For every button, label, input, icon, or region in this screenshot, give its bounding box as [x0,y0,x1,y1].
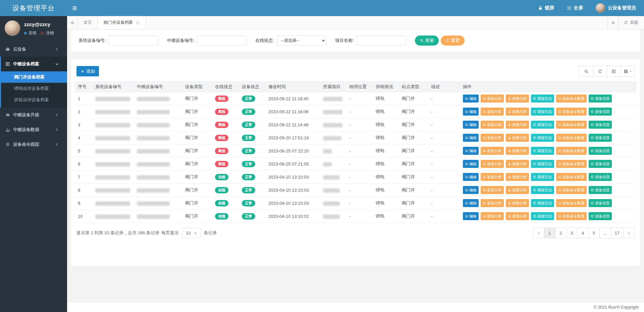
dispatch-log-button[interactable]: 调度日志 [531,160,554,168]
device-analysis-button[interactable]: 设备分析 [481,199,504,207]
device-analysis-button[interactable]: 设备分析 [481,134,504,142]
device-info-button[interactable]: 设备信息 [589,134,612,142]
device-analysis-button[interactable]: 设备分析 [481,186,504,194]
page-prev-button[interactable]: ‹ [533,228,544,238]
user-menu-button[interactable]: 云设备管理员 [596,3,636,13]
tab-1[interactable]: 阀门井设备档案 [98,16,146,29]
device-info-button[interactable]: 设备信息 [589,121,612,129]
device-command-config-button[interactable]: 设备命令配置 [556,160,587,168]
device-analysis-button[interactable]: 设备分析 [481,160,504,168]
status-online-link[interactable]: 在线 [29,30,37,36]
sidebar-item-1[interactable]: 中燃设备档案 [1,57,67,71]
project-name-input[interactable] [357,36,406,46]
device-command-config-button[interactable]: 设备命令配置 [556,186,587,194]
fault-analysis-button[interactable]: 故障分析 [506,173,529,181]
fault-analysis-button[interactable]: 故障分析 [506,121,529,129]
page-ellipsis-button[interactable]: ... [600,228,611,238]
edit-button[interactable]: 编辑 [463,199,479,207]
fault-analysis-button[interactable]: 故障分析 [506,186,529,194]
dispatch-log-button[interactable]: 调度日志 [531,108,554,116]
dispatch-log-button[interactable]: 调度日志 [531,95,554,103]
dispatch-log-button[interactable]: 调度日志 [531,173,554,181]
device-info-button[interactable]: 设备信息 [589,95,612,103]
fault-analysis-button[interactable]: 故障分析 [506,108,529,116]
edit-button[interactable]: 编辑 [463,95,479,103]
page-17-button[interactable]: 17 [611,228,624,238]
sidebar-subitem-1-0[interactable]: 阀门井设备档案 [1,71,67,83]
table-refresh-button[interactable] [593,66,607,76]
edit-button[interactable]: 编辑 [463,173,479,181]
table-columns-button[interactable] [621,66,634,76]
sidebar-toggle-button[interactable] [72,5,77,11]
device-info-button[interactable]: 设备信息 [589,160,612,168]
device-info-button[interactable]: 设备信息 [589,147,612,155]
logout-link[interactable]: 注销 [46,30,54,36]
device-analysis-button[interactable]: 设备分析 [481,147,504,155]
device-command-config-button[interactable]: 设备命令配置 [556,121,587,129]
dispatch-log-button[interactable]: 调度日志 [531,147,554,155]
page-3-button[interactable]: 3 [567,228,578,238]
add-button[interactable]: 添加 [76,66,99,76]
edit-button[interactable]: 编辑 [463,121,479,129]
device-command-config-button[interactable]: 设备命令配置 [556,173,587,181]
table-detail-view-button[interactable] [607,66,621,76]
online-status-select[interactable]: --请选择-- [277,36,326,46]
edit-button[interactable]: 编辑 [463,134,479,142]
device-command-config-button[interactable]: 设备命令配置 [556,147,587,155]
fault-analysis-button[interactable]: 故障分析 [506,147,529,155]
page-size-dropdown[interactable]: 10 [182,228,200,238]
device-command-config-button[interactable]: 设备命令配置 [556,199,587,207]
table-search-toggle-button[interactable] [579,66,593,76]
tab-0[interactable]: 首页 [78,16,98,29]
fault-analysis-button[interactable]: 故障分析 [506,199,529,207]
sidebar-subitem-1-1[interactable]: 锂电远传设备档案 [1,83,67,94]
dispatch-log-button[interactable]: 调度日志 [531,199,554,207]
page-next-button[interactable]: › [624,228,635,238]
device-info-button[interactable]: 设备信息 [589,199,612,207]
device-info-button[interactable]: 设备信息 [589,212,612,220]
edit-button[interactable]: 编辑 [463,160,479,168]
device-info-button[interactable]: 设备信息 [589,108,612,116]
device-command-config-button[interactable]: 设备命令配置 [556,108,587,116]
fault-analysis-button[interactable]: 故障分析 [506,212,529,220]
edit-button[interactable]: 编辑 [463,108,479,116]
device-command-config-button[interactable]: 设备命令配置 [556,134,587,142]
device-info-button[interactable]: 设备信息 [589,173,612,181]
device-command-config-button[interactable]: 设备命令配置 [556,95,587,103]
sidebar-item-3[interactable]: 中燃设备数据 [1,122,67,137]
reset-button[interactable]: 重置 [441,36,465,46]
page-5-button[interactable]: 5 [589,228,600,238]
refresh-tab-button[interactable]: 刷新 [618,16,644,29]
sidebar-item-0[interactable]: 云设备 [1,42,67,57]
device-analysis-button[interactable]: 设备分析 [481,108,504,116]
device-analysis-button[interactable]: 设备分析 [481,95,504,103]
system-device-no-input[interactable] [109,36,158,46]
edit-button[interactable]: 编辑 [463,147,479,155]
tabs-scroll-right-button[interactable] [607,16,618,29]
dispatch-log-button[interactable]: 调度日志 [531,134,554,142]
page-4-button[interactable]: 4 [578,228,589,238]
dispatch-log-button[interactable]: 调度日志 [531,212,554,220]
fault-analysis-button[interactable]: 故障分析 [506,134,529,142]
lock-screen-button[interactable]: 锁屏 [538,5,554,11]
device-analysis-button[interactable]: 设备分析 [481,121,504,129]
tabs-scroll-left-button[interactable] [67,16,78,29]
sidebar-subitem-1-2[interactable]: 拼装远传设备档案 [1,94,67,106]
device-info-button[interactable]: 设备信息 [589,186,612,194]
sidebar-item-4[interactable]: 设备命令跟踪 [1,137,67,152]
fullscreen-button[interactable]: 全屏 [567,5,583,11]
sidebar-item-2[interactable]: 中燃设备升级 [1,108,67,122]
search-button[interactable]: 搜索 [415,36,439,46]
page-2-button[interactable]: 2 [555,228,567,238]
device-command-config-button[interactable]: 设备命令配置 [556,212,587,220]
fault-analysis-button[interactable]: 故障分析 [506,160,529,168]
device-analysis-button[interactable]: 设备分析 [481,212,504,220]
page-1-button[interactable]: 1 [544,228,555,238]
dispatch-log-button[interactable]: 调度日志 [531,186,554,194]
dispatch-log-button[interactable]: 调度日志 [531,121,554,129]
edit-button[interactable]: 编辑 [463,186,479,194]
edit-button[interactable]: 编辑 [463,212,479,220]
fault-analysis-button[interactable]: 故障分析 [506,95,529,103]
device-analysis-button[interactable]: 设备分析 [481,173,504,181]
zr-device-no-input[interactable] [197,36,247,46]
